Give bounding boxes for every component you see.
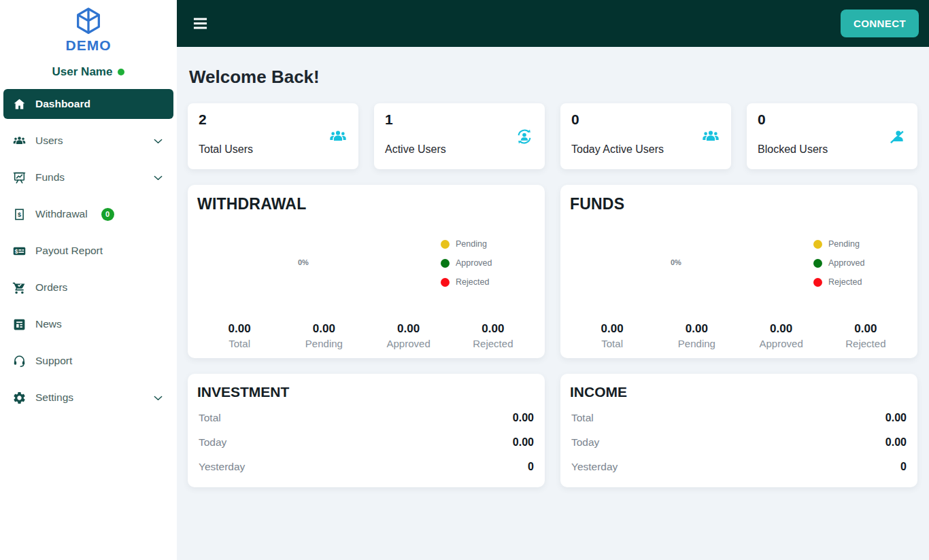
card-title: FUNDS (570, 195, 908, 213)
legend-label: Pending (828, 239, 860, 249)
svg-text:$: $ (15, 247, 18, 254)
legend-item-approved[interactable]: Approved (441, 258, 492, 268)
cart-check-icon (12, 281, 27, 295)
sidebar-item-payout-report[interactable]: $ Payout Report (0, 236, 177, 266)
legend-item-rejected[interactable]: Rejected (813, 277, 865, 287)
svg-text:$: $ (18, 211, 21, 217)
legend-label: Rejected (828, 277, 862, 287)
row-label: Today (571, 436, 599, 449)
stat-value: 0.00 (197, 322, 282, 336)
row-label: Total (199, 412, 221, 424)
stat-value: 0.00 (451, 322, 535, 336)
footer-stat-rejected: 0.00 Rejected (451, 322, 535, 349)
stat-value: 0.00 (654, 322, 739, 336)
legend-dot (441, 278, 450, 287)
investment-card: INVESTMENT Total 0.00 Today 0.00 Yesterd… (188, 374, 545, 487)
blocked-user-icon (888, 127, 907, 146)
sidebar-item-dashboard[interactable]: Dashboard (3, 89, 173, 119)
connect-button[interactable]: CONNECT (841, 10, 919, 37)
stat-card-today-active-users: 0 Today Active Users (560, 103, 731, 169)
gear-icon (12, 391, 27, 405)
legend-item-pending[interactable]: Pending (441, 239, 492, 249)
sidebar-item-support[interactable]: Support (0, 346, 177, 376)
legend-item-rejected[interactable]: Rejected (441, 277, 492, 287)
sidebar-item-label: News (35, 318, 62, 330)
users-group-icon (12, 134, 27, 148)
summary-row-yesterday: Yesterday 0 (570, 455, 908, 479)
stat-value: 0.00 (824, 322, 908, 336)
home-icon (12, 97, 27, 111)
sidebar-item-label: Dashboard (35, 98, 90, 110)
chart-footer-stats: 0.00 Total 0.00 Pending 0.00 Approved (570, 322, 908, 349)
row-value: 0 (900, 461, 907, 473)
sidebar-item-users[interactable]: Users (0, 126, 177, 156)
sidebar: DEMO User Name Dashboard (0, 0, 177, 560)
footer-stat-approved: 0.00 Approved (739, 322, 824, 349)
legend-dot (813, 259, 822, 268)
stat-value: 0.00 (570, 322, 654, 336)
summary-row-total: Total 0.00 (570, 406, 908, 430)
newspaper-icon (12, 317, 27, 332)
summary-row-yesterday: Yesterday 0 (197, 455, 535, 479)
funds-chart-board-icon (12, 171, 27, 185)
row-value: 0 (528, 461, 534, 473)
sidebar-item-funds[interactable]: Funds (0, 162, 177, 192)
donut-center-label: 0% (671, 258, 681, 266)
sidebar-item-news[interactable]: News (0, 309, 177, 339)
main-column: CONNECT Welcome Back! 2 Total Users (177, 0, 929, 560)
cube-logo-icon (73, 5, 104, 37)
hamburger-menu-icon[interactable] (191, 14, 209, 33)
stat-label: Blocked Users (758, 143, 828, 156)
stat-label: Approved (739, 338, 824, 349)
legend-item-approved[interactable]: Approved (813, 258, 865, 268)
sidebar-item-label: Orders (35, 281, 67, 294)
sidebar-item-label: Funds (35, 171, 65, 183)
stat-value: 0.00 (367, 322, 451, 336)
stat-label: Rejected (451, 338, 535, 349)
summary-cards-row: INVESTMENT Total 0.00 Today 0.00 Yesterd… (188, 374, 917, 487)
row-label: Today (199, 436, 226, 449)
legend-label: Pending (456, 239, 487, 249)
donut-chart: 0% Pending Approved (570, 213, 908, 315)
footer-stat-pending: 0.00 Pending (282, 322, 366, 349)
app-root: DEMO User Name Dashboard (0, 0, 929, 560)
active-user-sync-icon (515, 127, 534, 146)
donut-chart: 0% Pending Approved (197, 213, 535, 315)
withdrawal-count-badge: 0 (101, 208, 114, 221)
user-info: User Name (0, 65, 177, 79)
card-title: INCOME (570, 384, 908, 400)
stat-cards-row: 2 Total Users 1 Active Users (188, 103, 917, 169)
page-title: Welcome Back! (189, 67, 917, 88)
footer-stat-total: 0.00 Total (570, 322, 654, 349)
sidebar-item-label: Withdrawal (35, 208, 88, 220)
row-label: Total (571, 412, 594, 424)
sidebar-nav: Dashboard Users (0, 89, 177, 413)
sidebar-item-label: Payout Report (35, 245, 103, 257)
chevron-down-icon (152, 171, 165, 184)
legend-label: Approved (456, 258, 492, 268)
stat-label: Total Users (199, 143, 253, 156)
sidebar-item-label: Settings (35, 391, 73, 404)
sidebar-item-label: Users (35, 135, 63, 147)
stat-card-active-users: 1 Active Users (374, 103, 545, 169)
stat-value: 1 (385, 111, 534, 128)
chart-legend: Pending Approved Rejected (441, 239, 492, 287)
legend-dot (813, 278, 822, 287)
row-value: 0.00 (513, 436, 534, 449)
sidebar-item-orders[interactable]: Orders (0, 273, 177, 302)
stat-card-total-users: 2 Total Users (188, 103, 358, 169)
chevron-down-icon (152, 391, 165, 404)
sidebar-item-withdrawal[interactable]: $ Withdrawal 0 (0, 199, 177, 229)
income-card: INCOME Total 0.00 Today 0.00 Yesterday 0 (560, 374, 917, 487)
summary-row-today: Today 0.00 (197, 430, 535, 455)
summary-row-total: Total 0.00 (197, 406, 535, 430)
legend-item-pending[interactable]: Pending (813, 239, 865, 249)
sidebar-item-settings[interactable]: Settings (0, 383, 177, 413)
chart-cards-row: WITHDRAWAL 0% Pending Approved (188, 185, 917, 358)
card-title: INVESTMENT (197, 384, 535, 400)
row-label: Yesterday (571, 461, 618, 473)
stat-label: Total (197, 338, 282, 349)
stat-label: Pending (654, 338, 739, 349)
legend-dot (441, 240, 450, 249)
stat-label: Rejected (824, 338, 908, 349)
